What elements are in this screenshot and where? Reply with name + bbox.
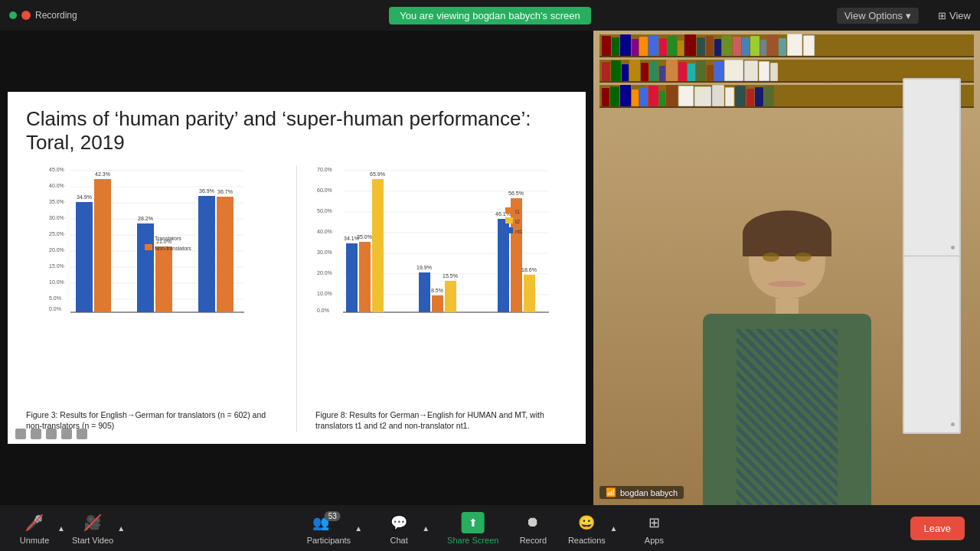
chat-button[interactable]: 💬 Chat — [380, 512, 418, 545]
svg-rect-76 — [505, 207, 513, 214]
svg-text:45.0%: 45.0% — [49, 167, 64, 172]
participants-button[interactable]: 👥 53 Participants — [307, 512, 351, 545]
cabinet-handle-2 — [951, 422, 955, 426]
book — [641, 63, 648, 81]
head — [749, 222, 825, 298]
book — [744, 60, 758, 81]
chat-caret-button[interactable]: ▲ — [420, 517, 432, 539]
svg-rect-28 — [198, 196, 215, 312]
svg-rect-71 — [524, 275, 535, 312]
svg-rect-37 — [145, 244, 152, 250]
record-label: Record — [520, 536, 547, 545]
slide-tool-shape[interactable] — [46, 429, 57, 439]
chart1-section: 45.0% 40.0% 35.0% 30.0% 25.0% 20.0% 15.0… — [26, 165, 278, 432]
svg-text:10.0%: 10.0% — [49, 279, 64, 285]
share-screen-button[interactable]: ⬆ Share Screen — [447, 512, 498, 545]
book — [722, 35, 732, 56]
screen-share-banner: You are viewing bogdan babych's screen — [389, 7, 590, 24]
svg-text:20.0%: 20.0% — [49, 247, 64, 253]
start-video-group: 🎥 Start Video ▲ — [72, 512, 127, 545]
apps-group: ⊞ Apps — [635, 512, 673, 545]
slide-tool-text[interactable] — [61, 429, 72, 439]
svg-text:15.5%: 15.5% — [443, 273, 458, 279]
start-video-button[interactable]: 🎥 Start Video — [72, 512, 113, 545]
svg-rect-30 — [217, 197, 234, 312]
chevron-down-icon: ▾ — [906, 10, 911, 21]
svg-text:nt1: nt1 — [515, 229, 523, 234]
book — [622, 64, 629, 81]
book — [632, 39, 639, 56]
book — [648, 35, 658, 56]
bottom-toolbar: 🎤 Unmute ▲ 🎥 Start Video ▲ 👥 53 Particip… — [0, 505, 980, 551]
reactions-caret-button[interactable]: ▲ — [607, 517, 619, 539]
book — [724, 60, 743, 81]
chart2-caption: Figure 8: Results for German→English for… — [315, 405, 567, 432]
share-screen-label: Share Screen — [447, 536, 498, 545]
svg-text:19.9%: 19.9% — [416, 265, 432, 270]
svg-text:28.2%: 28.2% — [138, 216, 153, 221]
svg-rect-63 — [432, 295, 443, 312]
book — [750, 36, 760, 56]
svg-text:18.6%: 18.6% — [521, 267, 537, 272]
svg-text:40.0%: 40.0% — [49, 183, 64, 188]
slide-container: Claims of ‘human parity’ and ‘super-huma… — [8, 92, 586, 444]
svg-text:30.0%: 30.0% — [49, 215, 64, 220]
reactions-button[interactable]: 😀 Reactions — [567, 512, 606, 545]
svg-text:15.0%: 15.0% — [49, 263, 64, 269]
unmute-caret-button[interactable]: ▲ — [55, 517, 67, 539]
top-bar: Recording You are viewing bogdan babych'… — [0, 0, 980, 31]
book — [678, 62, 687, 81]
slide-tool-pen[interactable] — [31, 429, 41, 439]
record-button[interactable]: ⏺ Record — [514, 512, 552, 545]
book — [659, 66, 665, 81]
slide-toolbar — [15, 429, 87, 439]
body — [703, 314, 871, 505]
charts-row: 45.0% 40.0% 35.0% 30.0% 25.0% 20.0% 15.0… — [26, 165, 567, 432]
book — [706, 36, 714, 56]
chat-icon: 💬 — [388, 512, 410, 533]
book — [620, 34, 631, 56]
svg-text:8.5%: 8.5% — [431, 288, 443, 293]
reactions-icon: 😀 — [576, 512, 597, 533]
reactions-label: Reactions — [568, 536, 606, 545]
speaker-name: bogdan babych — [620, 488, 678, 497]
slide-tool-eraser[interactable] — [77, 429, 87, 439]
unmute-group: 🎤 Unmute ▲ — [15, 512, 67, 545]
participants-caret-button[interactable]: ▲ — [352, 517, 364, 539]
svg-text:0.0%: 0.0% — [317, 308, 329, 313]
book — [755, 87, 763, 106]
view-options-button[interactable]: View Options ▾ — [837, 8, 919, 24]
neck — [776, 298, 799, 314]
cabinet-top — [904, 80, 959, 256]
start-video-label: Start Video — [72, 536, 113, 545]
svg-text:35.0%: 35.0% — [357, 234, 372, 240]
book — [770, 63, 778, 81]
svg-rect-55 — [346, 243, 358, 312]
toolbar-center: 👥 53 Participants ▲ 💬 Chat ▲ ⬆ Share Scr… — [307, 512, 674, 545]
mouth — [768, 281, 806, 287]
book — [746, 89, 754, 106]
svg-rect-26 — [155, 246, 172, 312]
svg-rect-35 — [145, 234, 152, 240]
book — [678, 86, 694, 106]
apps-button[interactable]: ⊞ Apps — [635, 512, 673, 545]
chart1-svg: 45.0% 40.0% 35.0% 30.0% 25.0% 20.0% 15.0… — [26, 165, 248, 315]
participants-group: 👥 53 Participants ▲ — [307, 512, 364, 545]
svg-text:42.3%: 42.3% — [95, 171, 110, 177]
book — [620, 85, 631, 106]
book — [779, 38, 786, 56]
svg-text:10.0%: 10.0% — [317, 291, 332, 296]
slide-tool-pencil[interactable] — [15, 429, 26, 439]
svg-rect-69 — [511, 198, 522, 312]
toolbar-left: 🎤 Unmute ▲ 🎥 Start Video ▲ — [15, 512, 127, 545]
book — [602, 36, 611, 56]
unmute-button[interactable]: 🎤 Unmute — [15, 512, 54, 545]
book — [787, 34, 802, 56]
svg-text:36.9%: 36.9% — [199, 188, 214, 194]
start-video-caret-button[interactable]: ▲ — [115, 517, 127, 539]
book — [602, 62, 610, 81]
svg-rect-78 — [505, 217, 513, 223]
book — [668, 36, 677, 56]
leave-button[interactable]: Leave — [910, 517, 965, 540]
signal-icon: 📶 — [606, 487, 616, 497]
